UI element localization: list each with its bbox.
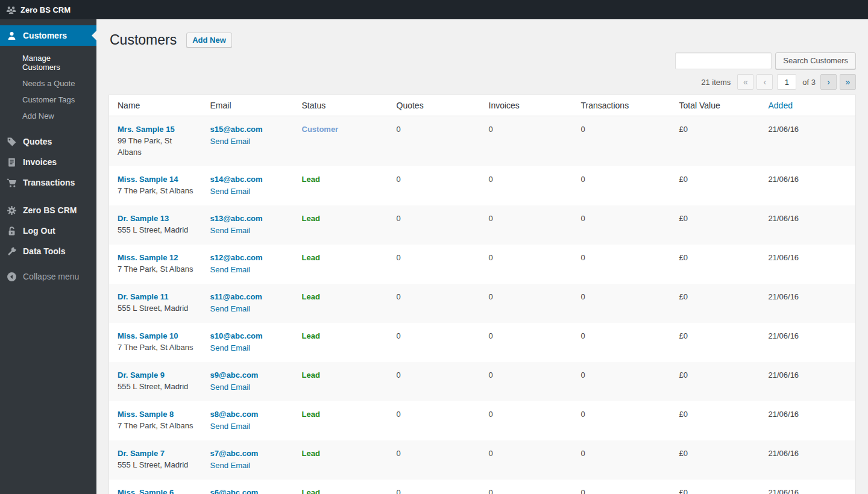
pagination-last-button[interactable]: » <box>840 74 856 90</box>
total-value: £0 <box>679 253 688 262</box>
sidebar-item-label: Customers <box>23 31 67 40</box>
total-value: £0 <box>679 410 688 419</box>
added-date: 21/06/16 <box>769 214 799 223</box>
sidebar-item-invoices[interactable]: Invoices <box>0 152 96 172</box>
column-header-total-value: Total Value <box>671 95 760 116</box>
table-row: Miss. Sample 14 7 The Park, St Albans s1… <box>109 166 856 205</box>
pagination-next-button[interactable]: › <box>820 74 837 90</box>
invoices-count: 0 <box>489 449 493 458</box>
added-date: 21/06/16 <box>769 370 799 380</box>
customer-name-link[interactable]: Miss. Sample 10 <box>118 331 178 340</box>
customer-name-link[interactable]: Miss. Sample 6 <box>118 488 174 494</box>
send-email-link[interactable]: Send Email <box>210 421 250 432</box>
total-value: £0 <box>679 331 688 340</box>
invoices-count: 0 <box>489 488 493 494</box>
customer-email-link[interactable]: s15@abc.com <box>210 124 285 135</box>
customer-email-link[interactable]: s10@abc.com <box>210 330 285 342</box>
sidebar-item-quotes[interactable]: Quotes <box>0 131 96 152</box>
collapse-menu-button[interactable]: Collapse menu <box>0 266 96 287</box>
customer-email-link[interactable]: s13@abc.com <box>210 213 285 224</box>
page-title: Customers <box>110 31 177 49</box>
transactions-count: 0 <box>581 292 585 301</box>
added-date: 21/06/16 <box>769 175 799 184</box>
submenu-item-customer-tags[interactable]: Customer Tags <box>0 92 96 108</box>
submenu-item-needs-a-quote[interactable]: Needs a Quote <box>0 75 96 92</box>
search-customers-button[interactable]: Search Customers <box>775 52 856 69</box>
sidebar-item-transactions[interactable]: Transactions <box>0 172 96 193</box>
added-date: 21/06/16 <box>769 488 799 494</box>
sidebar-item-label: Log Out <box>23 226 55 236</box>
send-email-link[interactable]: Send Email <box>210 136 250 147</box>
total-pages-label: of 3 <box>802 78 816 87</box>
customer-email-link[interactable]: s8@abc.com <box>210 408 285 420</box>
customer-address: 555 L Street, Madrid <box>118 302 193 314</box>
transactions-count: 0 <box>581 175 585 184</box>
invoices-count: 0 <box>489 331 493 340</box>
quotes-count: 0 <box>397 253 401 262</box>
total-value: £0 <box>679 175 688 184</box>
column-header-invoices: Invoices <box>480 95 573 116</box>
table-row: Miss. Sample 10 7 The Park, St Albans s1… <box>109 323 856 362</box>
added-date: 21/06/16 <box>769 292 799 301</box>
status-badge: Lead <box>302 449 320 458</box>
sidebar-item-label: Zero BS CRM <box>23 205 77 215</box>
invoices-count: 0 <box>489 292 493 301</box>
sidebar-item-data-tools[interactable]: Data Tools <box>0 241 96 261</box>
sidebar-item-zero-bs-crm[interactable]: Zero BS CRM <box>0 200 96 220</box>
customer-email-link[interactable]: s9@abc.com <box>210 369 285 381</box>
transactions-count: 0 <box>581 370 585 380</box>
sidebar-item-customers[interactable]: Customers <box>0 25 96 46</box>
sidebar-item-label: Quotes <box>23 137 52 146</box>
quotes-count: 0 <box>397 449 401 458</box>
table-row: Dr. Sample 9 555 L Street, Madrid s9@abc… <box>109 362 856 401</box>
customer-address: 555 L Street, Madrid <box>118 459 193 471</box>
person-icon <box>5 31 17 41</box>
send-email-link[interactable]: Send Email <box>210 381 250 393</box>
customer-name-link[interactable]: Dr. Sample 11 <box>118 292 169 301</box>
quotes-count: 0 <box>397 125 401 134</box>
table-row: Miss. Sample 12 7 The Park, St Albans s1… <box>109 245 856 284</box>
transactions-count: 0 <box>581 253 585 262</box>
submenu-item-manage-customers[interactable]: Manage Customers <box>0 50 96 75</box>
search-input[interactable] <box>675 52 772 69</box>
status-badge: Lead <box>302 253 320 262</box>
customer-email-link[interactable]: s14@abc.com <box>210 174 285 185</box>
customer-email-link[interactable]: s11@abc.com <box>210 291 285 302</box>
customer-address: 7 The Park, St Albans <box>118 342 193 353</box>
send-email-link[interactable]: Send Email <box>210 460 250 471</box>
sidebar-item-label: Transactions <box>23 178 75 187</box>
customer-name-link[interactable]: Miss. Sample 14 <box>118 175 178 184</box>
send-email-link[interactable]: Send Email <box>210 225 250 236</box>
sidebar-item-log-out[interactable]: Log Out <box>0 220 96 241</box>
added-date: 21/06/16 <box>769 331 799 340</box>
customer-name-link[interactable]: Mrs. Sample 15 <box>118 125 175 134</box>
customer-email-link[interactable]: s7@abc.com <box>210 448 285 459</box>
active-menu-arrow <box>87 31 96 40</box>
send-email-link[interactable]: Send Email <box>210 264 250 275</box>
customer-name-link[interactable]: Dr. Sample 13 <box>118 214 169 223</box>
current-page-input[interactable] <box>777 74 796 90</box>
customer-email-link[interactable]: s6@abc.com <box>210 487 285 494</box>
customer-name-link[interactable]: Miss. Sample 12 <box>118 253 178 262</box>
sidebar-item-label: Invoices <box>23 157 57 167</box>
send-email-link[interactable]: Send Email <box>210 303 250 314</box>
customer-address: 99 The Park, St Albans <box>118 135 193 158</box>
customer-name-link[interactable]: Dr. Sample 7 <box>118 449 165 458</box>
customer-email-link[interactable]: s12@abc.com <box>210 252 285 263</box>
zero-bs-crm-logo[interactable]: Zero BS CRM <box>6 5 71 15</box>
column-header-added[interactable]: Added <box>760 95 856 116</box>
customer-name-link[interactable]: Dr. Sample 9 <box>118 370 165 380</box>
transactions-count: 0 <box>581 125 585 134</box>
submenu-item-add-new[interactable]: Add New <box>0 108 96 124</box>
table-row: Miss. Sample 6 7 The Park, St Albans s6@… <box>109 480 856 494</box>
transactions-count: 0 <box>581 449 585 458</box>
invoices-count: 0 <box>489 253 493 262</box>
add-new-button[interactable]: Add New <box>186 33 232 48</box>
collapse-menu-label: Collapse menu <box>23 272 79 281</box>
pagination-first-button: « <box>737 74 753 90</box>
status-badge: Lead <box>302 410 320 419</box>
send-email-link[interactable]: Send Email <box>210 342 250 354</box>
table-row: Dr. Sample 11 555 L Street, Madrid s11@a… <box>109 284 856 323</box>
customer-name-link[interactable]: Miss. Sample 8 <box>118 410 174 419</box>
send-email-link[interactable]: Send Email <box>210 186 250 197</box>
